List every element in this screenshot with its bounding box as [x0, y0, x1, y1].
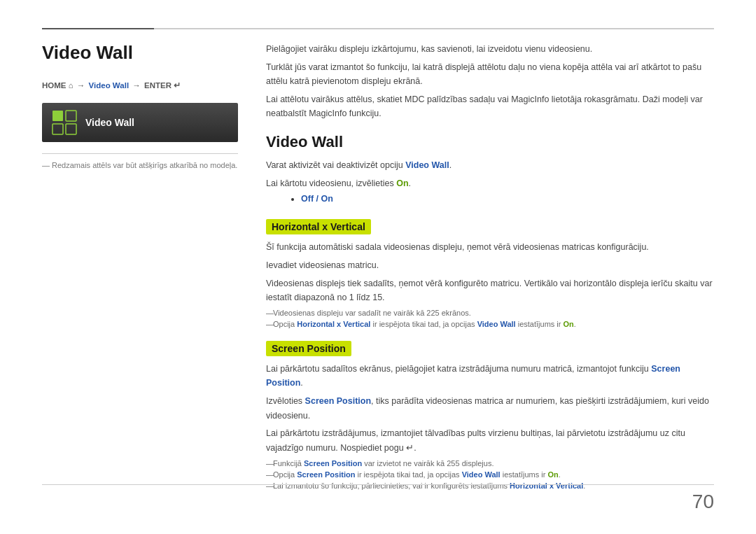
fn2-post: iestatījums ir [516, 320, 564, 328]
vw-desc1-post: . [449, 160, 451, 170]
spfn3-pre: Lai izmantotu šo funkciju, pārliecinieti… [273, 482, 510, 490]
vw-desc2-highlight: On [396, 178, 408, 188]
fn2-highlight: Horizontal x Vertical [297, 320, 370, 328]
spfn2-highlight2: Video Wall [462, 470, 500, 479]
sp-desc2: Izvēloties Screen Position, tiks parādīt… [266, 394, 714, 423]
sp-desc1-post: . [300, 378, 302, 388]
sp-desc1: Lai pārkārtotu sadalītos ekrānus, pielāg… [266, 362, 714, 391]
nav-path: HOME ⌂ → Video Wall → ENTER ↵ [42, 80, 238, 90]
hxv-desc1: Šī funkcija automātiski sadala videosien… [266, 240, 714, 255]
fn2-pre: Opcija [273, 320, 297, 328]
fn2-highlight2: Video Wall [477, 320, 516, 328]
model-note: — Redzamais attēls var būt atšķirīgs atk… [42, 161, 238, 169]
spfn1-post: var izvietot ne vairāk kā 255 displejus. [362, 459, 493, 468]
sp-desc2-pre: Izvēloties [266, 396, 305, 406]
page-title: Video Wall [42, 42, 238, 64]
section-heading-hxv: Horizontal x Vertical [266, 219, 371, 234]
left-divider [42, 153, 238, 154]
sp-footnote2: Opcija Screen Position ir iespējota tika… [266, 470, 714, 479]
svg-rect-1 [66, 111, 76, 121]
spfn2-mid: ir iespējota tikai tad, ja opcijas [355, 470, 461, 479]
section-horizontal-vertical: Horizontal x Vertical Šī funkcija automā… [266, 209, 714, 328]
spfn2-end: . [559, 470, 561, 479]
top-accent-line [42, 28, 154, 29]
intro-line-3: Lai attēlotu vairākus attēlus, skatiet M… [266, 92, 714, 120]
page-number: 70 [692, 491, 714, 513]
left-panel: Video Wall HOME ⌂ → Video Wall → ENTER ↵… [42, 42, 238, 169]
nav-home-label: HOME ⌂ [42, 81, 74, 90]
bottom-divider-line [42, 484, 714, 485]
spfn2-post: iestatījums ir [500, 470, 548, 479]
fn2-end: . [574, 320, 576, 328]
videowall-desc2: Lai kārtotu videosienu, izvēlieties On. [266, 176, 714, 191]
hxv-desc2: Ievadiet videosienas matricu. [266, 258, 714, 273]
videowall-desc1: Varat aktivizēt vai deaktivizēt opciju V… [266, 158, 714, 173]
sp-desc3: Lai pārkārtotu izstrādājumus, izmantojie… [266, 426, 714, 455]
vw-desc2-post: . [409, 178, 411, 188]
vw-desc1-highlight: Video Wall [405, 160, 449, 170]
spfn3-highlight: Horizontal x Vertical [510, 482, 583, 490]
intro-line-1: Pielāgojiet vairāku displeju izkārtojumu… [266, 42, 714, 56]
sp-footnote3: Lai izmantotu šo funkciju, pārliecinieti… [266, 482, 714, 490]
spfn1-pre: Funkcijā [273, 459, 304, 468]
nav-arrow-1: → [77, 81, 88, 90]
home-icon: ⌂ [69, 81, 74, 90]
nav-videowall-highlight: Video Wall [89, 81, 130, 90]
vw-desc2-pre: Lai kārtotu videosienu, izvēlieties [266, 178, 396, 188]
sp-desc2-highlight: Screen Position [305, 396, 371, 406]
menu-item-label: Video Wall [85, 117, 134, 128]
nav-enter-label: ENTER ↵ [144, 81, 181, 90]
fn2-mid: ir iespējota tikai tad, ja opcijas [370, 320, 477, 328]
right-panel: Pielāgojiet vairāku displeju izkārtojumu… [266, 42, 714, 493]
spfn2-on: On [548, 470, 559, 479]
fn2-on: On [564, 320, 574, 328]
section-heading-sp: Screen Position [266, 341, 351, 356]
spfn2-pre: Opcija [273, 470, 297, 479]
enter-icon: ↵ [174, 81, 181, 90]
spfn2-highlight: Screen Position [297, 470, 355, 479]
section-title-videowall: Video Wall [266, 133, 714, 151]
hxv-footnote2: Opcija Horizontal x Vertical ir iespējot… [266, 320, 714, 328]
spfn3-post: . [583, 482, 585, 490]
sp-desc1-pre: Lai pārkārtotu sadalītos ekrānus, pielāg… [266, 364, 651, 374]
intro-line-2: Turklāt jūs varat izmantot šo funkciju, … [266, 60, 714, 88]
svg-rect-0 [52, 111, 63, 121]
nav-arrow-2: → [132, 81, 143, 90]
videowall-icon [52, 110, 77, 135]
bullet-off-on: Off / On [301, 194, 714, 204]
hxv-footnote1: Videosienas displeju var sadalīt ne vair… [266, 309, 714, 317]
sp-footnote1: Funkcijā Screen Position var izvietot ne… [266, 459, 714, 468]
hxv-desc3: Videosienas displejs tiek sadalīts, ņemo… [266, 276, 714, 305]
menu-item-videowall[interactable]: Video Wall [42, 103, 238, 142]
svg-rect-2 [52, 124, 63, 134]
section-screen-position: Screen Position Lai pārkārtotu sadalītos… [266, 331, 714, 490]
vw-desc1-pre: Varat aktivizēt vai deaktivizēt opciju [266, 160, 405, 170]
svg-rect-3 [66, 124, 76, 134]
spfn1-highlight: Screen Position [304, 459, 362, 468]
